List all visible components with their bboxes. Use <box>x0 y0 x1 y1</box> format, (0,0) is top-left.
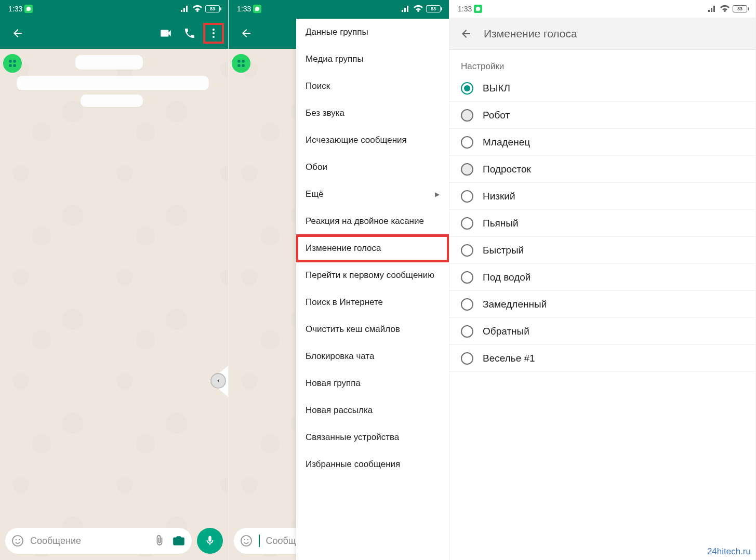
voice-option-label: Пьяный <box>483 218 519 229</box>
emoji-icon[interactable] <box>11 535 24 547</box>
svg-rect-12 <box>237 64 240 67</box>
menu-item-label: Медиа группы <box>306 54 364 64</box>
menu-item[interactable]: Блокировка чата <box>296 343 449 370</box>
status-bar: 1:33 83 <box>0 0 228 18</box>
voice-option[interactable]: Обратный <box>449 318 755 345</box>
svg-rect-3 <box>9 60 11 62</box>
voice-option-label: Младенец <box>483 137 530 148</box>
svg-point-1 <box>213 32 215 34</box>
menu-item-label: Изменение голоса <box>306 243 381 254</box>
voice-option[interactable]: Низкий <box>449 183 755 210</box>
battery-icon: 83 <box>205 5 220 12</box>
screen-voice-settings: 1:33 83 Изменение голоса Настройки ВЫКЛР… <box>449 0 756 560</box>
voice-call-icon[interactable] <box>179 23 200 44</box>
signal-icon <box>401 5 410 12</box>
svg-rect-4 <box>14 60 16 62</box>
voice-option[interactable]: Подросток <box>449 156 755 183</box>
menu-item-label: Обои <box>306 162 327 172</box>
drawer-toggle-icon[interactable] <box>210 373 226 389</box>
back-icon[interactable] <box>7 23 28 44</box>
widgets-fab[interactable] <box>3 54 22 73</box>
status-left: 1:33 <box>237 5 261 13</box>
menu-item-label: Без звука <box>306 108 344 118</box>
input-dock: Сообщение <box>234 528 304 554</box>
overflow-menu: Данные группыМедиа группыПоискБез звукаИ… <box>296 19 449 560</box>
menu-item[interactable]: Реакция на двойное касание <box>296 208 449 235</box>
voice-option-label: Под водой <box>483 272 530 283</box>
overflow-menu-icon[interactable] <box>203 23 224 44</box>
mic-button[interactable] <box>197 528 223 554</box>
status-right: 83 <box>401 5 441 12</box>
menu-item[interactable]: Поиск <box>296 73 449 100</box>
menu-item[interactable]: Поиск в Интернете <box>296 289 449 316</box>
menu-item[interactable]: Исчезающие сообщения <box>296 127 449 154</box>
voice-option[interactable]: ВЫКЛ <box>449 75 755 102</box>
svg-point-15 <box>244 539 245 540</box>
menu-item[interactable]: Новая группа <box>296 370 449 397</box>
radio-icon <box>461 109 473 122</box>
status-time: 1:33 <box>458 5 472 13</box>
svg-rect-5 <box>9 64 11 67</box>
text-cursor <box>259 535 260 547</box>
voice-option[interactable]: Робот <box>449 102 755 129</box>
widgets-fab[interactable] <box>232 54 250 73</box>
voice-option-label: Замедленный <box>483 299 547 310</box>
watermark: 24hitech.ru <box>707 546 751 557</box>
radio-icon <box>461 352 473 365</box>
app-bar <box>0 18 228 49</box>
menu-item[interactable]: Очистить кеш смайлов <box>296 316 449 343</box>
menu-item-label: Новая группа <box>306 378 361 389</box>
radio-icon <box>461 298 473 311</box>
video-call-icon[interactable] <box>155 23 176 44</box>
settings-title: Изменение голоса <box>484 28 577 40</box>
emoji-icon[interactable] <box>240 535 253 547</box>
menu-item[interactable]: Изменение голоса <box>296 235 449 262</box>
menu-item-label: Данные группы <box>306 27 368 37</box>
wifi-icon <box>720 5 730 12</box>
voice-option-label: Веселье #1 <box>483 353 535 364</box>
menu-item[interactable]: Избранные сообщения <box>296 451 449 478</box>
status-bar: 1:33 83 <box>229 0 449 18</box>
signal-icon <box>180 5 190 12</box>
menu-item[interactable]: Обои <box>296 154 449 181</box>
menu-item-label: Поиск <box>306 81 330 91</box>
chevron-right-icon: ▶ <box>435 191 440 198</box>
menu-item[interactable]: Ещё▶ <box>296 181 449 208</box>
svg-rect-11 <box>242 60 245 62</box>
back-icon[interactable] <box>236 23 257 44</box>
svg-rect-13 <box>242 64 245 67</box>
status-right: 83 <box>708 5 747 12</box>
attach-icon[interactable] <box>153 535 166 547</box>
voice-option[interactable]: Быстрый <box>449 237 755 264</box>
radio-icon <box>461 325 473 338</box>
menu-item-label: Избранные сообщения <box>306 459 400 470</box>
battery-icon: 83 <box>426 5 441 12</box>
screen-chat: 1:33 83 <box>0 0 229 560</box>
menu-item[interactable]: Без звука <box>296 100 449 127</box>
camera-icon[interactable] <box>172 534 185 548</box>
settings-header: Изменение голоса <box>449 18 755 50</box>
status-left: 1:33 <box>458 5 482 13</box>
voice-option-label: Подросток <box>483 164 531 175</box>
message-input[interactable]: Сообщение <box>5 528 192 554</box>
menu-item[interactable]: Медиа группы <box>296 46 449 73</box>
input-dock: Сообщение <box>5 528 223 554</box>
voice-option[interactable]: Пьяный <box>449 210 755 237</box>
voice-option-label: ВЫКЛ <box>483 83 510 94</box>
svg-point-9 <box>19 539 20 540</box>
menu-item[interactable]: Перейти к первому сообщению <box>296 262 449 289</box>
menu-item-label: Поиск в Интернете <box>306 297 383 308</box>
chat-area: Сообщение <box>0 49 228 560</box>
radio-icon <box>461 244 473 257</box>
menu-item[interactable]: Данные группы <box>296 19 449 46</box>
voice-option[interactable]: Младенец <box>449 129 755 156</box>
menu-item[interactable]: Связанные устройства <box>296 424 449 451</box>
back-icon[interactable] <box>459 23 473 44</box>
svg-point-2 <box>213 36 215 38</box>
signal-icon <box>708 5 717 12</box>
menu-item[interactable]: Новая рассылка <box>296 397 449 424</box>
voice-option[interactable]: Веселье #1 <box>449 345 755 372</box>
voice-option[interactable]: Под водой <box>449 264 755 291</box>
radio-icon <box>461 190 473 203</box>
voice-option[interactable]: Замедленный <box>449 291 755 318</box>
